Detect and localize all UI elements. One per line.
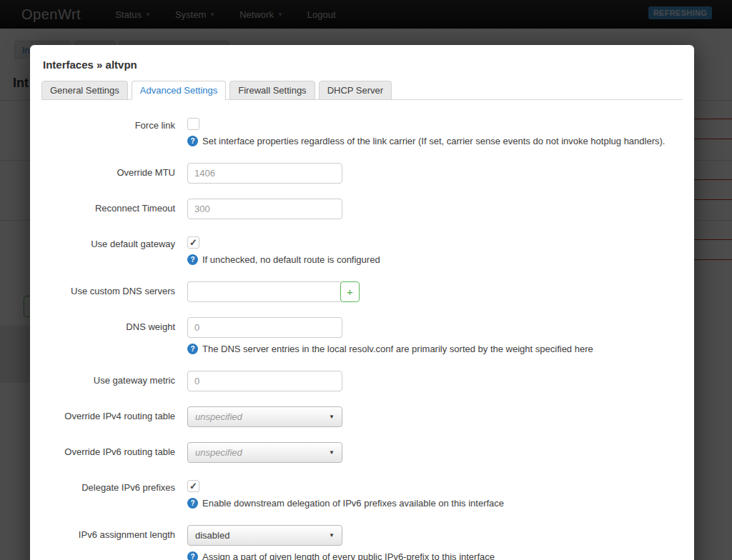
- gateway-metric-input[interactable]: [187, 371, 342, 391]
- force-link-checkbox[interactable]: ✓: [187, 118, 199, 130]
- help-text: The DNS server entries in the local reso…: [202, 343, 593, 356]
- help-icon: ?: [187, 551, 198, 560]
- dialog-tabbar: General Settings Advanced Settings Firew…: [41, 81, 683, 100]
- field-label: Use custom DNS servers: [41, 281, 175, 302]
- check-icon: ✓: [189, 238, 197, 247]
- chevron-down-icon: ▼: [329, 414, 335, 420]
- chevron-down-icon: ▼: [329, 532, 335, 539]
- tab-advanced-settings[interactable]: Advanced Settings: [132, 81, 226, 100]
- field-ipv4-routing-table: Override IPv4 routing table unspecified …: [41, 406, 683, 427]
- custom-dns-input[interactable]: [187, 281, 342, 302]
- field-help: ? Enable downstream delegation of IPv6 p…: [187, 497, 683, 510]
- select-value: unspecified: [195, 411, 242, 422]
- field-help: ? Assign a part of given length of every…: [187, 551, 683, 560]
- dialog-title: Interfaces » altvpn: [43, 59, 683, 71]
- help-text: Set interface properties regardless of t…: [202, 135, 665, 148]
- plus-icon: +: [347, 286, 353, 298]
- reconnect-timeout-input[interactable]: [187, 199, 342, 219]
- ipv4-routing-table-select[interactable]: unspecified ▼: [187, 406, 342, 427]
- field-label: Override IPv6 routing table: [41, 442, 175, 463]
- field-label: Reconnect Timeout: [41, 199, 175, 219]
- ipv6-routing-table-select[interactable]: unspecified ▼: [187, 442, 342, 463]
- field-ipv6-assignment-length: IPv6 assignment length disabled ▼ ? Assi…: [41, 525, 683, 560]
- tab-general-settings[interactable]: General Settings: [41, 81, 128, 100]
- use-default-gateway-checkbox[interactable]: ✓: [187, 236, 199, 249]
- tab-dhcp-server[interactable]: DHCP Server: [319, 81, 392, 100]
- check-icon: ✓: [189, 481, 197, 491]
- field-label: IPv6 assignment length: [41, 525, 175, 560]
- field-label: Override MTU: [41, 163, 175, 184]
- field-help: ? The DNS server entries in the local re…: [187, 343, 683, 356]
- ipv6-assignment-length-select[interactable]: disabled ▼: [187, 525, 342, 546]
- field-delegate-ipv6-prefixes: Delegate IPv6 prefixes ✓ ? Enable downst…: [41, 478, 683, 510]
- settings-form: Force link ✓ ? Set interface properties …: [41, 116, 683, 560]
- field-use-default-gateway: Use default gateway ✓ ? If unchecked, no…: [41, 234, 683, 266]
- select-value: unspecified: [195, 447, 242, 458]
- help-text: If unchecked, no default route is config…: [202, 254, 380, 266]
- field-ipv6-routing-table: Override IPv6 routing table unspecified …: [41, 442, 683, 463]
- field-override-mtu: Override MTU: [41, 163, 683, 184]
- tab-firewall-settings[interactable]: Firewall Settings: [229, 81, 315, 100]
- override-mtu-input[interactable]: [187, 163, 342, 184]
- field-help: ? If unchecked, no default route is conf…: [187, 254, 683, 266]
- field-force-link: Force link ✓ ? Set interface properties …: [41, 116, 683, 148]
- field-label: Use default gateway: [41, 234, 175, 266]
- field-label: Delegate IPv6 prefixes: [41, 478, 175, 510]
- field-label: Override IPv4 routing table: [41, 406, 175, 427]
- field-reconnect-timeout: Reconnect Timeout: [41, 199, 683, 219]
- help-icon: ?: [187, 498, 198, 509]
- field-custom-dns-servers: Use custom DNS servers +: [41, 281, 683, 302]
- select-value: disabled: [195, 530, 229, 541]
- help-icon: ?: [187, 344, 198, 354]
- field-help: ? Set interface properties regardless of…: [187, 135, 683, 148]
- help-text: Assign a part of given length of every p…: [202, 551, 495, 560]
- field-label: Use gateway metric: [41, 371, 175, 391]
- field-dns-weight: DNS weight ? The DNS server entries in t…: [41, 317, 683, 356]
- dns-weight-input[interactable]: [187, 317, 342, 338]
- field-gateway-metric: Use gateway metric: [41, 371, 683, 391]
- help-text: Enable downstream delegation of IPv6 pre…: [202, 497, 504, 510]
- add-dns-button[interactable]: +: [340, 281, 360, 302]
- help-icon: ?: [187, 254, 198, 265]
- field-label: Force link: [41, 116, 175, 148]
- chevron-down-icon: ▼: [329, 449, 335, 456]
- help-icon: ?: [187, 136, 198, 146]
- interface-settings-dialog: Interfaces » altvpn General Settings Adv…: [30, 45, 694, 560]
- delegate-ipv6-checkbox[interactable]: ✓: [187, 480, 199, 492]
- field-label: DNS weight: [41, 317, 175, 356]
